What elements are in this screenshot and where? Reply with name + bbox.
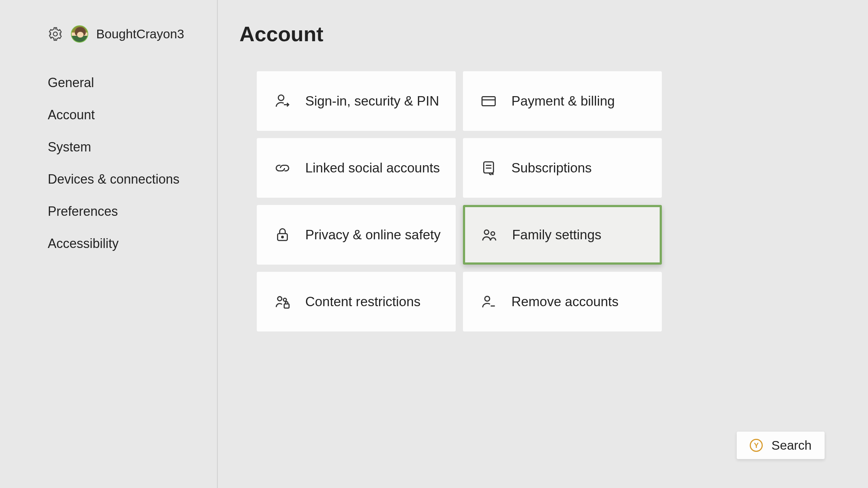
svg-point-12 [283, 298, 286, 301]
tiles-grid: Sign-in, security & PIN Payment & billin… [257, 71, 868, 331]
sidebar-item-label: Account [48, 107, 95, 122]
sidebar-item-general[interactable]: General [48, 75, 217, 90]
svg-point-0 [53, 32, 57, 36]
card-icon [480, 93, 497, 110]
tile-label: Content restrictions [305, 294, 421, 309]
svg-point-11 [278, 296, 282, 301]
user-row: BoughtCrayon3 [48, 25, 217, 43]
link-icon [274, 160, 291, 176]
sidebar: BoughtCrayon3 General Account System Dev… [0, 0, 218, 488]
tile-label: Subscriptions [511, 160, 592, 176]
lock-icon [274, 227, 291, 243]
sidebar-item-system[interactable]: System [48, 140, 217, 155]
sidebar-item-account[interactable]: Account [48, 107, 217, 123]
tile-family-settings[interactable]: Family settings [463, 205, 662, 265]
username: BoughtCrayon3 [96, 27, 184, 41]
sidebar-item-devices[interactable]: Devices & connections [48, 172, 217, 187]
tile-payment-billing[interactable]: Payment & billing [463, 71, 662, 131]
tile-label: Remove accounts [511, 294, 618, 309]
tile-subscriptions[interactable]: Subscriptions [463, 138, 662, 198]
tile-label: Sign-in, security & PIN [305, 94, 439, 109]
sidebar-item-preferences[interactable]: Preferences [48, 204, 217, 219]
svg-point-14 [485, 296, 489, 301]
svg-point-10 [491, 232, 495, 235]
tile-linked-social[interactable]: Linked social accounts [257, 138, 456, 198]
page-title: Account [239, 22, 868, 46]
tile-label: Payment & billing [511, 94, 615, 109]
tile-label: Family settings [512, 227, 601, 243]
sidebar-item-label: Preferences [48, 204, 118, 219]
people-icon [481, 227, 498, 243]
svg-point-9 [484, 230, 489, 234]
tile-content-restrictions[interactable]: Content restrictions [257, 272, 456, 331]
svg-rect-4 [484, 162, 494, 173]
people-lock-icon [274, 294, 291, 310]
svg-point-1 [278, 95, 284, 100]
receipt-icon [480, 160, 497, 176]
search-button[interactable]: Y Search [737, 432, 825, 459]
tile-privacy-safety[interactable]: Privacy & online safety [257, 205, 456, 265]
avatar [71, 25, 88, 43]
main: Account Sign-in, security & PIN Payment … [218, 0, 868, 488]
sidebar-item-label: General [48, 75, 94, 90]
sidebar-item-label: System [48, 140, 91, 154]
person-arrow-icon [274, 93, 291, 110]
sidebar-item-label: Accessibility [48, 236, 119, 251]
y-button-icon: Y [750, 439, 763, 452]
search-label: Search [771, 438, 812, 453]
y-glyph: Y [754, 441, 758, 450]
svg-point-8 [282, 236, 284, 238]
sidebar-item-label: Devices & connections [48, 172, 179, 187]
sidebar-item-accessibility[interactable]: Accessibility [48, 236, 217, 251]
svg-rect-2 [482, 97, 495, 106]
person-remove-icon [480, 294, 497, 310]
tile-label: Linked social accounts [305, 160, 440, 176]
tile-remove-accounts[interactable]: Remove accounts [463, 272, 662, 331]
tile-signin-security-pin[interactable]: Sign-in, security & PIN [257, 71, 456, 131]
sidebar-nav: General Account System Devices & connect… [48, 75, 217, 251]
svg-rect-13 [284, 304, 289, 308]
gear-icon [48, 26, 63, 42]
tile-label: Privacy & online safety [305, 227, 441, 243]
